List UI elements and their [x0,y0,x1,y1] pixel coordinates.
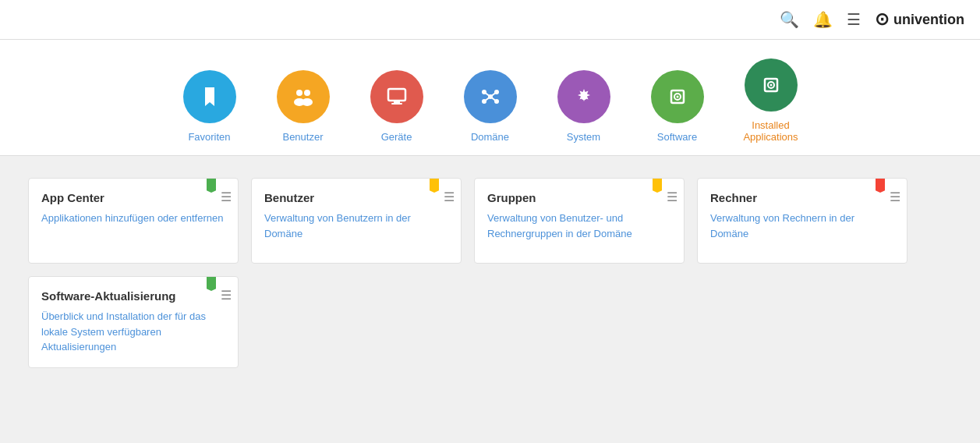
svg-point-3 [302,98,313,106]
card-menu-icon-rechner[interactable]: ☰ [890,190,900,204]
card-menu-icon-software-aktualisierung[interactable]: ☰ [221,288,232,303]
card-title-app-center: App Center [41,191,225,204]
card-title-gruppen: Gruppen [487,191,671,204]
nav-item-installed[interactable]: InstalledApplications [740,58,802,143]
main-content: ☰ App Center Applikationen hinzufügen od… [0,156,980,390]
nav-circle-domaene [464,70,517,123]
card-desc-gruppen: Verwaltung von Benutzer- und Rechnergrup… [487,211,671,241]
card-desc-benutzer: Verwaltung von Benutzern in der Domäne [264,211,448,241]
svg-point-0 [296,90,302,96]
card-title-benutzer: Benutzer [264,191,448,204]
card-menu-icon-gruppen[interactable]: ☰ [667,190,678,204]
card-benutzer[interactable]: ☰ Benutzer Verwaltung von Benutzern in d… [251,178,462,264]
bookmark-app-center [207,179,216,193]
svg-point-19 [676,96,678,98]
nav-label-domaene: Domäne [471,131,509,143]
nav-item-favoriten[interactable]: Favoriten [179,70,241,143]
svg-line-14 [484,97,490,101]
card-desc-app-center: Applikationen hinzufügen oder entfernen [41,211,225,226]
nav-circle-favoriten [183,70,236,123]
nav-item-geraete[interactable]: Geräte [366,70,428,143]
svg-rect-5 [394,101,400,103]
nav-item-benutzer[interactable]: Benutzer [272,70,334,143]
nav-item-software[interactable]: Software [646,70,709,143]
nav-circle-installed [745,58,798,112]
card-gruppen[interactable]: ☰ Gruppen Verwaltung von Benutzer- und R… [474,178,685,264]
nav-label-installed: InstalledApplications [743,119,798,143]
nav-label-software: Software [657,131,697,143]
bookmark-benutzer [430,179,439,193]
cards-row-2: ☰ Software-Aktualisierung Überblick und … [28,276,952,368]
card-desc-software-aktualisierung: Überblick und Installation der für das l… [41,309,225,355]
svg-line-12 [484,92,490,97]
svg-rect-6 [391,103,402,105]
nav-item-system[interactable]: System [553,70,615,143]
nav-circle-system [557,70,610,123]
nav-circle-benutzer [277,70,330,123]
navigation-bar: Favoriten Benutzer Geräte [0,40,980,156]
header: 🔍 🔔 ☰ ⊙ univention [0,0,980,40]
brand: ⊙ univention [875,9,964,30]
cards-row-1: ☰ App Center Applikationen hinzufügen od… [28,178,952,264]
nav-label-system: System [567,131,600,143]
brand-logo: ⊙ [875,9,889,30]
svg-point-22 [769,84,772,87]
bookmark-gruppen [653,179,662,193]
nav-label-geraete: Geräte [381,131,412,143]
svg-line-13 [490,92,497,97]
svg-point-1 [304,90,310,96]
brand-name: univention [893,12,964,28]
bookmark-software-aktualisierung [207,277,216,291]
card-title-rechner: Rechner [710,191,894,204]
card-menu-icon-benutzer[interactable]: ☰ [444,190,455,204]
card-title-software-aktualisierung: Software-Aktualisierung [41,289,225,303]
bell-icon[interactable]: 🔔 [813,10,833,29]
nav-label-favoriten: Favoriten [188,131,230,143]
menu-icon[interactable]: ☰ [847,10,861,29]
card-software-aktualisierung[interactable]: ☰ Software-Aktualisierung Überblick und … [28,276,239,368]
search-icon[interactable]: 🔍 [780,10,799,29]
nav-circle-geraete [370,70,423,123]
card-app-center[interactable]: ☰ App Center Applikationen hinzufügen od… [28,178,239,264]
card-desc-rechner: Verwaltung von Rechnern in der Domäne [710,211,894,241]
nav-label-benutzer: Benutzer [282,131,323,143]
svg-rect-4 [388,89,405,101]
nav-circle-software [651,70,704,123]
card-menu-icon-app-center[interactable]: ☰ [221,190,232,204]
svg-line-15 [490,97,497,101]
nav-item-domaene[interactable]: Domäne [459,70,522,143]
card-rechner[interactable]: ☰ Rechner Verwaltung von Rechnern in der… [697,178,907,264]
bookmark-rechner [876,179,885,193]
